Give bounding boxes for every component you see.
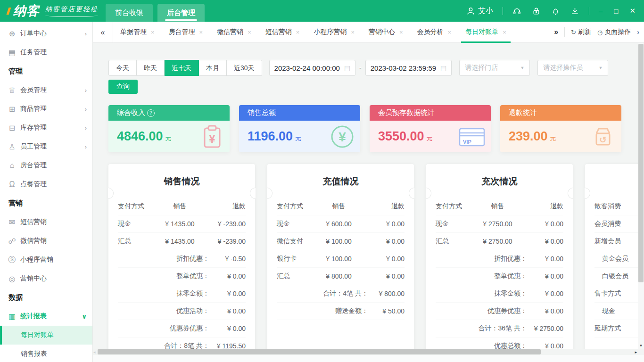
- gauge-icon: ◷: [597, 29, 603, 36]
- panel-summary-row: 折扣优惠：¥ -0.50: [118, 250, 246, 268]
- sidebar-item[interactable]: ⊞商品管理›: [0, 99, 92, 118]
- stat-card-value: 239.00: [509, 129, 548, 144]
- horizontal-scrollbar[interactable]: ◂ ▸: [93, 349, 638, 355]
- sidebar-item[interactable]: ⓢ小程序营销: [0, 250, 92, 269]
- panel-prev-notch[interactable]: [426, 188, 431, 199]
- sidebar-item[interactable]: Ω点餐管理: [0, 175, 92, 194]
- summary-label: 折扣优惠：: [176, 255, 209, 263]
- sidebar-item-label: 库存管理: [20, 123, 85, 132]
- panel-plain-row: 售卡方式: [594, 285, 638, 303]
- sms-envelope-icon: ✉: [7, 218, 17, 227]
- sidebar-item[interactable]: ⌂房台管理: [0, 156, 92, 175]
- scroll-down-arrow[interactable]: ▾: [638, 343, 644, 348]
- lock-icon[interactable]: [532, 7, 541, 16]
- close-tab-icon[interactable]: ×: [151, 29, 155, 36]
- tab-item[interactable]: 微信营销×: [210, 22, 258, 43]
- sidebar-item[interactable]: ♕会员管理›: [0, 81, 92, 99]
- collapse-tabs-right-button[interactable]: »: [554, 28, 558, 36]
- sidebar-subitem[interactable]: 每日对账单: [0, 326, 92, 345]
- main-area: « 单据管理×房台管理×微信营销×短信营销×小程序营销×营销中心×会员分析×每日…: [93, 22, 644, 362]
- operator-select[interactable]: 请选择操作员 ▼: [537, 60, 608, 76]
- panel-rows: 散客消费会员消费新增会员黄金会员白银会员售卡方式现金延期方式: [585, 198, 638, 337]
- panel-plain-row: 新增会员: [594, 233, 638, 250]
- tab-item[interactable]: 营销中心×: [362, 22, 410, 43]
- panel-next-notch[interactable]: [568, 188, 573, 199]
- close-tab-icon[interactable]: ×: [503, 29, 506, 36]
- sidebar-item[interactable]: ☍微信营销: [0, 231, 92, 250]
- user-menu[interactable]: 艾小: [466, 6, 493, 16]
- summary-value: ¥ 0.00: [533, 272, 563, 280]
- download-icon[interactable]: [570, 7, 579, 16]
- panel-prev-notch[interactable]: [585, 188, 590, 199]
- chevron-right-icon: ›: [85, 106, 87, 113]
- chevron-right-icon: ›: [85, 30, 87, 37]
- panel-data-row: 现金¥ 600.00¥ 0.00: [277, 215, 405, 233]
- panel-next-notch[interactable]: [409, 188, 414, 199]
- crown-icon: ♕: [7, 86, 17, 95]
- header-nav-tab[interactable]: 前台收银: [106, 4, 153, 22]
- summary-value: ¥ 0.00: [215, 307, 246, 315]
- search-button[interactable]: 查询: [108, 80, 138, 94]
- operator-select-placeholder: 请选择操作员: [543, 64, 583, 72]
- sidebar-item[interactable]: ◎营销中心: [0, 269, 92, 288]
- store-select[interactable]: 请选择门店 ▼: [459, 60, 530, 76]
- minimize-button[interactable]: –: [599, 7, 603, 15]
- close-tab-icon[interactable]: ×: [399, 29, 403, 36]
- sidebar-item[interactable]: ▥统计报表∨: [0, 307, 92, 326]
- panel-prev-notch[interactable]: [108, 188, 114, 199]
- panel-next-notch[interactable]: [250, 188, 256, 199]
- end-date-input[interactable]: 2023-03-02 23:59:59 ▤: [365, 60, 452, 76]
- horizontal-scrollbar-thumb[interactable]: [98, 349, 541, 354]
- summary-value: ¥ 0.00: [215, 272, 246, 280]
- vertical-scrollbar[interactable]: ▾: [638, 43, 644, 349]
- sidebar-item[interactable]: ♙员工管理›: [0, 137, 92, 156]
- header-nav-tab[interactable]: 后台管理: [157, 4, 205, 22]
- tab-item[interactable]: 单据管理×: [113, 22, 162, 43]
- bell-icon[interactable]: [551, 7, 560, 16]
- scroll-right-arrow[interactable]: ▸: [635, 350, 637, 354]
- tab-item[interactable]: 房台管理×: [162, 22, 210, 43]
- date-range-chip[interactable]: 昨天: [137, 60, 165, 76]
- tab-label: 营销中心: [369, 28, 395, 36]
- close-tab-icon[interactable]: ×: [248, 29, 251, 36]
- svg-text:¥: ¥: [209, 132, 215, 145]
- tab-item[interactable]: 每日对账单×: [458, 22, 513, 43]
- date-range-chip[interactable]: 本月: [199, 60, 227, 76]
- close-button[interactable]: ✕: [629, 7, 636, 15]
- header-divider: [503, 7, 503, 15]
- plain-row-label: 白银会员: [602, 272, 628, 280]
- date-range-chip[interactable]: 近七天: [165, 60, 199, 76]
- tab-item[interactable]: 会员分析×: [410, 22, 459, 43]
- close-tab-icon[interactable]: ×: [296, 29, 300, 36]
- refresh-button[interactable]: ↻ 刷新: [571, 28, 591, 36]
- tab-item[interactable]: 短信营销×: [258, 22, 307, 43]
- close-tab-icon[interactable]: ×: [199, 29, 203, 36]
- date-range-chip[interactable]: 今天: [108, 60, 137, 76]
- panel-header-row: 支付方式销售退款: [277, 198, 405, 215]
- stat-card-body: 3550.00元VIP: [370, 121, 491, 152]
- tab-item[interactable]: 小程序营销×: [306, 22, 362, 43]
- maximize-button[interactable]: □: [614, 7, 618, 15]
- sidebar-item[interactable]: ▤任务管理: [0, 43, 92, 62]
- page-operations-button[interactable]: ◷ 页面操作: [597, 28, 631, 36]
- sidebar-item[interactable]: ⊟库存管理›: [0, 118, 92, 137]
- page-operations-expand-icon[interactable]: ›: [637, 28, 639, 36]
- sidebar-item[interactable]: ✉短信营销: [0, 213, 92, 231]
- panel-summary-row: 合计：36笔 共：¥ 2750.00: [436, 320, 563, 337]
- open-tabs: 单据管理×房台管理×微信营销×短信营销×小程序营销×营销中心×会员分析×每日对账…: [113, 22, 513, 43]
- close-tab-icon[interactable]: ×: [448, 29, 452, 36]
- close-tab-icon[interactable]: ×: [351, 29, 355, 36]
- help-icon[interactable]: ?: [147, 109, 155, 117]
- page-operations-label: 页面操作: [604, 28, 631, 36]
- sidebar-item[interactable]: ⊕订单中心›: [0, 24, 92, 43]
- start-date-input[interactable]: 2023-02-24 00:00:00 ▤: [269, 60, 356, 76]
- sidebar-subitem[interactable]: 销售报表: [0, 345, 92, 362]
- date-range-chip[interactable]: 近30天: [227, 60, 262, 76]
- collapse-tabs-left-button[interactable]: «: [93, 22, 113, 43]
- stat-card-unit: 元: [427, 134, 433, 143]
- panel-prev-notch[interactable]: [267, 188, 272, 199]
- headset-icon[interactable]: [512, 7, 521, 16]
- scroll-left-arrow[interactable]: ◂: [93, 350, 96, 354]
- vertical-scrollbar-thumb[interactable]: [638, 44, 644, 282]
- tabbar-divider: [564, 27, 565, 37]
